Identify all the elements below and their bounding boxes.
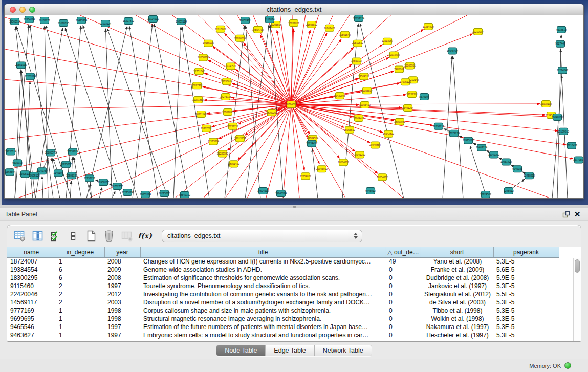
graph-node[interactable]: 11568594 — [5, 169, 15, 176]
graph-node[interactable]: 16181271 — [39, 17, 50, 24]
graph-node[interactable]: 20558236 — [198, 54, 209, 61]
graph-node[interactable]: 9518512 — [556, 26, 567, 33]
graph-node[interactable]: 16975887 — [60, 161, 72, 168]
table-selector-dropdown[interactable]: citations_edges.txt — [162, 230, 362, 242]
graph-node[interactable]: 22018862 — [215, 26, 226, 32]
table-row[interactable]: 1830029562008Estimation of significance … — [7, 274, 559, 282]
graph-node[interactable]: 20440854 — [369, 142, 381, 148]
graph-node[interactable]: 9515912 — [12, 160, 23, 166]
graph-node[interactable]: 17854652 — [300, 173, 311, 180]
minimize-window-button[interactable] — [19, 7, 26, 13]
graph-node[interactable]: 12450212 — [524, 172, 535, 179]
graph-node[interactable]: 12751542 — [193, 68, 205, 75]
graph-node[interactable]: 16235812 — [159, 190, 170, 197]
table-row[interactable]: 1938455462009Genome-wide association stu… — [7, 266, 559, 274]
graph-node[interactable]: 18652471 — [239, 17, 251, 24]
graph-node[interactable]: 9227447 — [555, 40, 565, 47]
graph-node[interactable]: 17235124 — [122, 189, 133, 196]
column-header-short[interactable]: short — [421, 247, 493, 257]
graph-node[interactable]: 18951432 — [228, 161, 239, 167]
graph-node[interactable]: 16782757 — [112, 183, 123, 190]
tab-network-table[interactable]: Network Table — [315, 345, 372, 356]
graph-node[interactable]: 18684212 — [338, 159, 349, 166]
graph-node[interactable]: 11254439 — [423, 23, 434, 30]
graph-node[interactable]: 19853124 — [140, 191, 151, 198]
graph-node[interactable]: 16542812 — [383, 130, 394, 137]
graph-node[interactable]: 21696812 — [306, 21, 317, 28]
graph-node[interactable]: 14569117 — [351, 58, 362, 64]
graph-node[interactable]: 20106817 — [361, 87, 373, 94]
graph-node[interactable]: 19245124 — [275, 190, 287, 197]
graph-node[interactable]: 17041212 — [354, 151, 365, 158]
graph-node[interactable]: 8579197 — [419, 94, 429, 100]
graph-node[interactable]: 17957253 — [84, 175, 95, 182]
graph-node[interactable]: 7485063 — [394, 66, 404, 73]
table-row[interactable]: 911546021997Tourette syndrome. Phenomeno… — [7, 282, 559, 290]
graph-node[interactable]: 9245031 — [512, 166, 522, 172]
column-header-pagerank[interactable]: pagerank — [493, 247, 559, 257]
graph-node[interactable]: 14275125 — [220, 94, 231, 100]
graph-node[interactable]: 17624512 — [257, 188, 269, 194]
graph-node[interactable]: 18935122 — [463, 137, 474, 144]
graph-node[interactable]: 12740571 — [225, 63, 236, 70]
table-mode-button[interactable] — [12, 229, 27, 243]
graph-node[interactable]: 20211142 — [195, 111, 207, 117]
table-row[interactable]: 969969511998Structural magnetic resonanc… — [7, 315, 559, 323]
graph-node[interactable]: 16648794 — [447, 48, 458, 54]
graph-node[interactable]: 22420046 — [334, 93, 345, 99]
graph-node[interactable]: 17359924 — [67, 148, 78, 155]
graph-node[interactable]: 22045912 — [316, 166, 328, 172]
graph-node[interactable]: 15978102 — [540, 101, 552, 107]
graph-node[interactable]: 19367581 — [201, 125, 212, 132]
graph-node[interactable]: 9745012 — [365, 188, 376, 194]
graph-node[interactable]: 10048100 — [552, 114, 563, 120]
graph-node[interactable]: 10951422 — [500, 159, 512, 165]
graph-node[interactable]: 9245012 — [504, 188, 514, 194]
graph-node[interactable]: 17664415 — [353, 115, 364, 121]
graph-node[interactable]: 15134457 — [306, 140, 317, 147]
close-panel-button[interactable]: ✕ — [572, 209, 583, 220]
graph-node[interactable]: 22280614 — [234, 35, 246, 41]
tab-node-table[interactable]: Node Table — [216, 345, 266, 356]
show-columns-button[interactable] — [30, 229, 45, 243]
graph-node[interactable]: 19463124 — [476, 144, 487, 151]
zoom-window-button[interactable] — [29, 7, 35, 13]
panel-splitter[interactable] — [0, 205, 588, 208]
table-row[interactable]: 1872400712008Changes of HCN gene express… — [7, 257, 559, 266]
close-window-button[interactable] — [10, 7, 16, 13]
graph-node[interactable]: 15491254 — [402, 105, 413, 112]
graph-node[interactable]: 18924502 — [480, 191, 491, 198]
graph-node[interactable]: 19564312 — [358, 73, 369, 80]
select-rows-button[interactable] — [48, 229, 62, 243]
graph-node[interactable]: 17854702 — [252, 26, 264, 33]
row-height-button[interactable] — [66, 229, 80, 243]
graph-node[interactable]: 21358614 — [221, 78, 232, 85]
graph-node[interactable]: 8113074 — [265, 16, 274, 23]
graph-node[interactable]: 16853124 — [176, 18, 187, 25]
graph-node[interactable]: 13109910 — [558, 128, 569, 135]
network-canvas[interactable]: 1872400722018862195653162055823612751542… — [5, 15, 583, 198]
graph-node[interactable]: 21078395 — [58, 19, 69, 26]
graph-node[interactable]: 17679219 — [448, 130, 460, 137]
graph-node[interactable]: 22103124 — [100, 20, 111, 27]
graph-node[interactable]: 18724007 — [286, 101, 297, 108]
column-header-name[interactable]: name — [7, 247, 56, 257]
graph-node[interactable]: 21229382 — [217, 150, 228, 157]
table-row[interactable]: 977716911998Corpus callosum shape and si… — [7, 307, 559, 315]
graph-node[interactable]: 16961421 — [324, 25, 335, 31]
graph-node[interactable]: 11071852 — [192, 97, 204, 103]
window-titlebar[interactable]: citations_edges.txt — [5, 4, 583, 15]
graph-node[interactable]: 19565316 — [203, 40, 214, 47]
table-row[interactable]: 2242004622012Investigating the contribut… — [7, 290, 559, 298]
graph-node[interactable]: 16942352 — [488, 151, 499, 158]
graph-node[interactable]: 20731712 — [227, 123, 238, 129]
graph-node[interactable]: 18957982 — [394, 118, 405, 125]
graph-node[interactable]: 16958107 — [98, 179, 109, 186]
graph-node[interactable]: 12274547 — [557, 67, 568, 74]
graph-node[interactable]: 18300295 — [266, 109, 277, 116]
graph-node[interactable]: 15056512 — [344, 126, 355, 133]
graph-node[interactable]: 18381895 — [222, 108, 233, 115]
table-row[interactable]: 946554611997Estimation of the future num… — [7, 323, 559, 331]
graph-node[interactable]: 17203124 — [25, 73, 36, 80]
graph-node[interactable]: 19724301 — [147, 15, 159, 22]
